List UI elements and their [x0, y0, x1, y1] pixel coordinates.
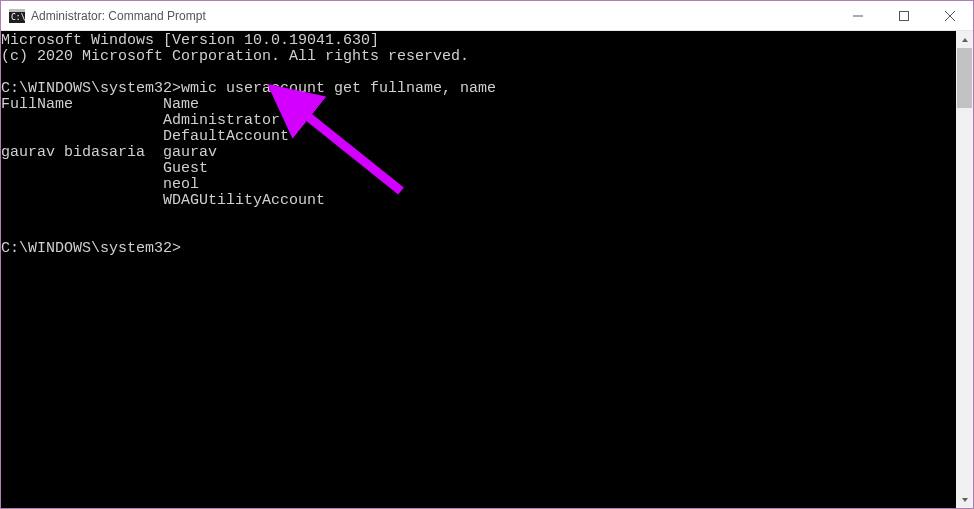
chevron-down-icon	[961, 496, 969, 504]
svg-marker-7	[962, 38, 968, 42]
svg-rect-4	[900, 11, 909, 20]
close-icon	[945, 11, 955, 21]
console-line: Administrator	[1, 113, 956, 129]
maximize-button[interactable]	[881, 1, 927, 31]
console-line	[1, 225, 956, 241]
svg-text:C:\: C:\	[11, 13, 25, 22]
console-line: neol	[1, 177, 956, 193]
console-output[interactable]: Microsoft Windows [Version 10.0.19041.63…	[1, 31, 956, 508]
minimize-icon	[853, 11, 863, 21]
titlebar[interactable]: C:\ Administrator: Command Prompt	[1, 1, 973, 31]
console-line: WDAGUtilityAccount	[1, 193, 956, 209]
window-title: Administrator: Command Prompt	[31, 9, 206, 23]
minimize-button[interactable]	[835, 1, 881, 31]
svg-rect-1	[9, 9, 25, 12]
console-line: Microsoft Windows [Version 10.0.19041.63…	[1, 33, 956, 49]
close-button[interactable]	[927, 1, 973, 31]
console-line	[1, 65, 956, 81]
scroll-up-button[interactable]	[956, 31, 973, 48]
svg-marker-8	[962, 498, 968, 502]
console-line: Guest	[1, 161, 956, 177]
console-line: C:\WINDOWS\system32>wmic useraccount get…	[1, 81, 956, 97]
scroll-down-button[interactable]	[956, 491, 973, 508]
console-line	[1, 209, 956, 225]
scrollbar-thumb[interactable]	[957, 48, 972, 108]
console-line: (c) 2020 Microsoft Corporation. All righ…	[1, 49, 956, 65]
console-line: C:\WINDOWS\system32>	[1, 241, 956, 257]
console-line: DefaultAccount	[1, 129, 956, 145]
chevron-up-icon	[961, 36, 969, 44]
client-area: Microsoft Windows [Version 10.0.19041.63…	[1, 31, 973, 508]
maximize-icon	[899, 11, 909, 21]
cmd-icon: C:\	[9, 8, 25, 24]
console-line: FullName Name	[1, 97, 956, 113]
app-window: C:\ Administrator: Command Prompt Micros…	[0, 0, 974, 509]
vertical-scrollbar[interactable]	[956, 31, 973, 508]
console-line: gaurav bidasaria gaurav	[1, 145, 956, 161]
